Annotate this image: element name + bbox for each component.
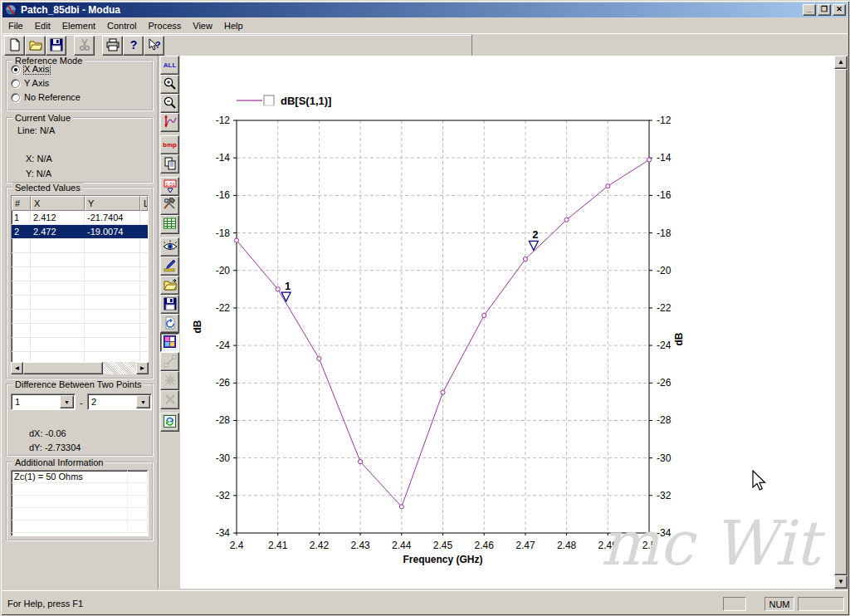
column-header[interactable]: # xyxy=(12,196,31,211)
data-point-marker[interactable] xyxy=(276,287,280,291)
y-tick-label-left: -30 xyxy=(216,452,231,464)
current-x-value: X: N/A xyxy=(26,154,152,164)
context-help-button[interactable]: ? xyxy=(144,36,164,56)
table-cell: -19.0074 xyxy=(85,225,140,238)
copy-button[interactable] xyxy=(160,154,179,174)
table-horizontal-scrollbar[interactable]: ◄ ► xyxy=(11,362,149,374)
point-2-value: 2 xyxy=(88,397,136,407)
scrollbar-thumb[interactable] xyxy=(834,69,848,575)
selected-values-table[interactable]: #XYLa12.412-21.740422.472-19.0074 xyxy=(11,195,149,371)
open-file-button[interactable] xyxy=(160,276,179,295)
chevron-down-icon[interactable]: ▼ xyxy=(60,395,74,408)
bitmap-view-button[interactable] xyxy=(160,333,179,352)
table-row[interactable]: 22.472-19.0074 xyxy=(12,225,148,239)
refresh-page-button[interactable] xyxy=(160,314,179,333)
draw-button[interactable] xyxy=(160,257,179,276)
y-tick-label-left: -12 xyxy=(216,115,231,126)
help-icon: ? xyxy=(127,38,140,53)
zoom-out-icon xyxy=(163,95,177,111)
annotation-triangle-icon[interactable] xyxy=(281,292,291,301)
sync-button[interactable] xyxy=(160,413,179,432)
app-window: Patch_85dbi - Modua _ ❐ ✕ FileEditElemen… xyxy=(0,0,850,616)
column-header[interactable]: La xyxy=(140,196,148,211)
column-header[interactable]: Y xyxy=(85,196,140,211)
y-axis-label-left: dB xyxy=(192,320,203,333)
data-point-marker[interactable] xyxy=(359,460,363,464)
x-tick-label: 2.43 xyxy=(350,540,370,551)
y-tick-label-right: -28 xyxy=(657,414,672,426)
save-file-button[interactable] xyxy=(160,295,179,314)
export-bmp-icon: bmp xyxy=(163,141,177,149)
eye-button[interactable] xyxy=(160,237,179,257)
data-point-marker[interactable] xyxy=(399,505,403,509)
menu-help[interactable]: Help xyxy=(218,19,249,32)
s-parameter-chart[interactable]: -12-12-14-14-16-16-18-18-20-20-22-22-24-… xyxy=(180,56,834,589)
data-point-marker[interactable] xyxy=(523,257,527,262)
radio-button-icon[interactable] xyxy=(11,93,20,102)
restore-button[interactable]: ❐ xyxy=(818,4,831,16)
scroll-left-icon[interactable]: ◄ xyxy=(11,362,23,374)
selected-values-title: Selected Values xyxy=(12,183,83,193)
export-bmp-button[interactable]: bmp xyxy=(160,135,179,154)
data-point-marker[interactable] xyxy=(482,313,486,317)
radio-button-icon[interactable] xyxy=(11,79,20,88)
chevron-down-icon[interactable]: ▼ xyxy=(136,395,150,408)
data-point-marker[interactable] xyxy=(234,238,238,242)
bitmap-view-icon xyxy=(163,335,177,350)
scroll-right-icon[interactable]: ► xyxy=(136,362,149,374)
current-value-title: Current Value xyxy=(12,113,73,123)
save-icon xyxy=(50,38,63,53)
svg-text:?: ? xyxy=(154,40,160,50)
menu-process[interactable]: Process xyxy=(143,19,188,32)
new-document-button[interactable] xyxy=(4,36,25,56)
help-button[interactable]: ? xyxy=(123,36,144,56)
close-button[interactable]: ✕ xyxy=(833,4,846,16)
data-point-marker[interactable] xyxy=(441,390,445,394)
zoom-in-icon xyxy=(163,76,177,92)
menu-file[interactable]: File xyxy=(2,19,29,32)
mesh-icon xyxy=(164,374,177,389)
table-row[interactable]: 12.412-21.7404 xyxy=(12,211,148,225)
marker-value-button[interactable]: 1.01 xyxy=(160,177,179,196)
menu-element[interactable]: Element xyxy=(56,19,101,32)
open-folder-button[interactable] xyxy=(25,36,46,56)
axis-scale-button[interactable] xyxy=(160,113,179,132)
plot-view[interactable]: -12-12-14-14-16-16-18-18-20-20-22-22-24-… xyxy=(180,56,834,589)
scroll-up-icon[interactable]: ▲ xyxy=(834,56,848,69)
scroll-down-icon[interactable]: ▼ xyxy=(834,575,848,589)
additional-info-list[interactable]: Zc(1) = 50 Ohms xyxy=(11,470,149,536)
save-file-icon xyxy=(164,297,177,312)
data-point-marker[interactable] xyxy=(317,356,321,360)
column-header[interactable]: X xyxy=(31,196,85,211)
print-button[interactable] xyxy=(102,36,123,56)
resize-button xyxy=(160,352,179,371)
fit-all-button[interactable]: ALL xyxy=(160,56,179,75)
cut-button xyxy=(74,36,95,56)
y-axis-label-right: dB xyxy=(673,332,685,345)
data-point-marker[interactable] xyxy=(606,183,610,188)
scrollbar-thumb[interactable] xyxy=(23,362,103,374)
radio-button-icon[interactable] xyxy=(11,65,20,74)
table-empty-row xyxy=(12,324,148,338)
minimize-button[interactable]: _ xyxy=(803,4,816,16)
y-tick-label-left: -14 xyxy=(216,152,231,164)
data-point-marker[interactable] xyxy=(647,158,651,162)
radio-no-reference[interactable]: No Reference xyxy=(11,90,152,104)
menu-view[interactable]: View xyxy=(187,19,218,32)
point-1-select[interactable]: 1 ▼ xyxy=(11,394,76,410)
menu-edit[interactable]: Edit xyxy=(29,19,56,32)
table-cell: 1 xyxy=(12,211,31,224)
zoom-out-button[interactable] xyxy=(160,94,179,113)
tools-button[interactable] xyxy=(160,196,179,215)
save-button[interactable] xyxy=(46,36,66,56)
legend-checkbox[interactable] xyxy=(264,95,274,105)
table-view-button[interactable] xyxy=(160,215,179,234)
table-empty-row xyxy=(12,281,148,296)
point-2-select[interactable]: 2 ▼ xyxy=(87,394,152,410)
x-tick-label: 2.44 xyxy=(392,540,412,551)
menu-control[interactable]: Control xyxy=(101,19,142,32)
radio-y-axis[interactable]: Y Axis xyxy=(11,76,152,90)
vertical-scrollbar[interactable]: ▲ ▼ xyxy=(834,56,848,589)
zoom-in-button[interactable] xyxy=(160,75,179,94)
data-point-marker[interactable] xyxy=(564,218,569,222)
